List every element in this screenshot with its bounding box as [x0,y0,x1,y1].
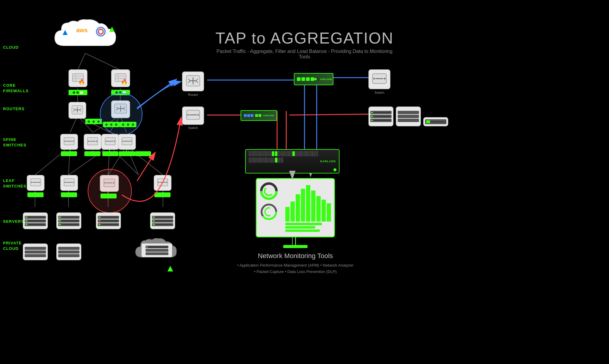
tap-spine-2 [84,151,100,156]
spine-switch-2 [84,134,101,150]
tap-router-3 [120,122,136,127]
monitoring-screen [256,178,335,248]
right-router-device [182,72,204,91]
svg-line-36 [289,114,368,115]
svg-line-42 [137,152,155,181]
garland-cloud-logo: ▲ [107,24,117,34]
router-label: Router [182,93,204,96]
monitoring-tools-label: Network Monitoring Tools • Application P… [231,252,359,275]
label-spine-switches: SPINESWITCHES [3,137,26,148]
cloud-shape: ▲ aws ▲ [52,18,122,55]
aws-logo: aws [76,27,88,34]
leaf-switch-2 [60,175,78,191]
private-server-1 [23,243,48,260]
spine-switch-4 [118,134,136,150]
tap-leaf-3 [100,194,117,198]
right-switch-mid [182,107,204,125]
label-firewalls: COREFIREWALLS [3,83,29,94]
private-server-2 [56,243,81,260]
server-4 [150,212,175,229]
svg-line-0 [78,53,85,70]
tap-firewall-1: 🛡 [69,90,87,95]
server-1 [23,212,48,229]
tap-spine-1 [61,151,77,156]
blue-circle-highlight [100,93,143,135]
svg-line-13 [35,146,70,175]
tap-spine-3 [102,151,118,156]
label-leaf-switches: LEAFSWITCHES [3,178,26,189]
leaf-switch-1 [27,175,44,191]
svg-point-124 [265,208,273,216]
tap-router-row [85,119,102,124]
label-cloud: CLOUD [3,45,19,50]
svg-line-41 [137,79,177,108]
label-private-cloud: PRIVATECLOUD [3,240,22,251]
svg-point-49 [98,29,103,34]
switch-top-label: Switch [368,91,390,94]
tap-title-area: TAP to AGGREGATION Packet Traffic - Aggr… [213,29,396,60]
right-server-stack-2 [396,107,421,126]
right-device-small [423,117,448,126]
tap-leaf-2 [61,192,77,197]
right-server-stack-1 [368,107,393,126]
label-routers: ROUTERS [3,107,25,111]
router-device-1 [69,102,86,119]
switch-mid-label: Switch [182,126,204,130]
tap-leaf-1 [27,192,44,197]
gcp-logo [96,27,106,39]
svg-line-1 [85,53,120,70]
svg-line-20 [126,146,163,175]
tap-leaf-4 [154,192,171,197]
tap-router-2 [103,122,120,127]
garland-aggregator-top: GARLAND [294,73,333,85]
tap-spine-4 [119,151,135,156]
azure-logo: ▲ [61,27,69,37]
private-cloud-device: ▲ [134,237,177,274]
label-servers: SERVERS [3,219,24,224]
garland-main-switch: GARLAND [245,149,340,173]
right-switch-top [368,69,390,89]
firewall-device-2: 🔥 [111,69,130,87]
garland-tap-mid: GARLAND [241,110,277,121]
spine-switch-1 [60,134,78,150]
leaf-switch-4 [154,175,171,191]
tap-spine-5 [135,151,151,156]
svg-line-19 [126,146,139,175]
main-title: TAP to AGGREGATION [213,29,396,47]
svg-line-14 [69,146,70,175]
red-circle-highlight [88,169,132,213]
server-2 [56,212,81,229]
server-3 [96,212,121,229]
firewall-device-1: 🔥 [69,69,87,87]
main-subtitle: Packet Traffic - Aggregate, Filter and L… [213,49,396,60]
svg-point-121 [265,187,273,195]
spine-switch-3 [101,134,119,150]
